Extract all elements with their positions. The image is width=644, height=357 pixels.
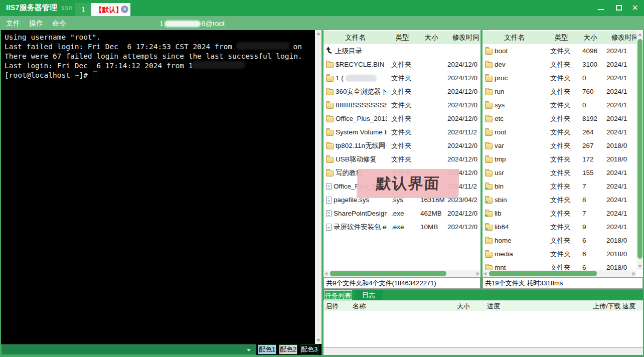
file-date: 2024/12/0: [445, 101, 480, 109]
file-row[interactable]: lib64 文件夹 9 2024/1: [482, 220, 636, 234]
scroll-down-icon[interactable]: [638, 265, 642, 268]
file-date: 2024/1: [604, 88, 636, 95]
tab-task-list[interactable]: 任务列表: [324, 290, 352, 300]
file-row[interactable]: 录屏软件安装包.ex .exe 10MB 2024/12/0: [324, 220, 480, 234]
scrollbar-thumb[interactable]: [330, 271, 446, 276]
scrollbar-thumb[interactable]: [489, 271, 597, 276]
watermark: 默认界面: [357, 169, 459, 198]
col-filename[interactable]: 文件名: [324, 33, 387, 42]
file-row[interactable]: boot 文件夹 4096 2024/1: [482, 44, 636, 58]
file-type-icon: [326, 224, 332, 231]
folder-icon: [485, 143, 493, 149]
file-row[interactable]: lib 文件夹 7 2024/1: [482, 207, 636, 220]
file-row[interactable]: tp802.11n无线网卡 文件夹 2024/12/0: [324, 139, 480, 152]
col-size: 大小: [457, 302, 470, 311]
file-row[interactable]: dev 文件夹 3100 2024/1: [482, 58, 636, 71]
scroll-left-icon[interactable]: [325, 272, 328, 276]
file-type: 文件夹: [546, 47, 576, 56]
file-row[interactable]: etc 文件夹 8192 2024/1: [482, 112, 636, 125]
file-row[interactable]: Office_Plus_2013激 文件夹 2024/12/0: [324, 112, 480, 125]
file-row[interactable]: mnt 文件夹 6 2018/0: [482, 261, 636, 270]
session-suffix: 6@root: [202, 20, 225, 28]
file-type: 文件夹: [387, 87, 417, 96]
col-size[interactable]: 大小: [576, 33, 604, 42]
file-row[interactable]: root 文件夹 264 2024/1: [482, 125, 636, 139]
scroll-down-icon[interactable]: [316, 339, 320, 342]
minimize-icon[interactable]: [598, 9, 604, 10]
menu-command[interactable]: 命令: [52, 19, 66, 28]
local-h-scrollbar[interactable]: [324, 270, 480, 277]
file-row[interactable]: media 文件夹 6 2018/0: [482, 247, 636, 261]
file-row[interactable]: IIIIIIIIISSSSSSSSSS 文件夹 2024/12/0: [324, 98, 480, 112]
tab-default-active[interactable]: 【默认】 ✕: [91, 3, 130, 16]
remote-h-scrollbar[interactable]: [482, 270, 636, 277]
folder-icon: [485, 76, 493, 82]
terminal-line: Last failed login: Fri Dec 6 17:24:53 CS…: [5, 42, 315, 52]
file-row[interactable]: System Volume Inf 文件夹 2024/11/2: [324, 125, 480, 139]
col-filename[interactable]: 文件名: [482, 33, 546, 42]
file-row[interactable]: run 文件夹 760 2024/1: [482, 85, 636, 98]
color-scheme-1-button[interactable]: 配色1: [258, 344, 276, 354]
col-progress: 进度: [487, 302, 500, 311]
col-modified[interactable]: 修改时间: [445, 33, 480, 42]
file-size: 172: [576, 155, 604, 163]
file-type: 文件夹: [387, 141, 417, 150]
file-name: SharePointDesign: [334, 210, 387, 217]
file-date: 2024/1: [604, 169, 636, 176]
file-date: 2024/1: [604, 61, 636, 68]
scroll-up-icon[interactable]: [638, 33, 642, 36]
close-icon[interactable]: ×: [630, 1, 640, 14]
color-scheme-3-button[interactable]: 配色3: [300, 344, 318, 354]
file-date: 2024/12/0: [445, 223, 480, 231]
scroll-up-icon[interactable]: [316, 32, 320, 35]
terminal-scrollbar[interactable]: [315, 30, 321, 344]
file-row[interactable]: SharePointDesign .exe 462MB 2024/12/0: [324, 207, 480, 220]
file-row[interactable]: 1 ( 文件夹 2024/12/0: [324, 71, 480, 85]
remote-v-scrollbar[interactable]: [636, 31, 643, 270]
file-type: 文件夹: [546, 114, 576, 123]
file-row[interactable]: $RECYCLE.BIN 文件夹 2024/12/0: [324, 58, 480, 71]
scroll-right-icon[interactable]: [476, 272, 479, 276]
file-type: 文件夹: [546, 128, 576, 137]
file-date: 2024/12/0: [445, 155, 480, 163]
menu-operate[interactable]: 操作: [29, 19, 43, 28]
file-row[interactable]: 360安全浏览器下载 文件夹 2024/12/0: [324, 85, 480, 98]
file-date: 2018/0: [604, 264, 636, 270]
col-type[interactable]: 类型: [546, 33, 576, 42]
file-row[interactable]: USB驱动修复 文件夹 2024/12/0: [324, 152, 480, 166]
terminal-preset-select[interactable]: [1, 344, 256, 355]
file-date: 2018/0: [604, 155, 636, 163]
file-row[interactable]: bin 文件夹 7 2024/1: [482, 180, 636, 193]
col-speed: 速度: [622, 302, 635, 311]
file-name: 录屏软件安装包.ex: [334, 223, 387, 232]
file-type: 文件夹: [546, 182, 576, 191]
folder-icon: [485, 211, 493, 217]
color-scheme-2-button[interactable]: 配色2: [279, 344, 297, 354]
file-row[interactable]: tmp 文件夹 172 2018/0: [482, 152, 636, 166]
col-size[interactable]: 大小: [417, 33, 445, 42]
folder-icon: [485, 252, 493, 258]
tab-session-1[interactable]: 1: [75, 3, 91, 16]
file-row[interactable]: usr 文件夹 155 2024/1: [482, 166, 636, 180]
tab-log[interactable]: 日志: [355, 290, 383, 300]
maximize-icon[interactable]: [616, 5, 622, 11]
file-row[interactable]: sbin 文件夹 8 2024/1: [482, 193, 636, 207]
task-list-area[interactable]: [324, 311, 643, 347]
remote-file-list: boot 文件夹 4096 2024/1 dev 文件夹 3100 2024/1…: [482, 44, 636, 270]
file-row[interactable]: var 文件夹 267 2018/0: [482, 139, 636, 152]
scroll-right-icon[interactable]: [632, 272, 635, 276]
file-size: 462MB: [417, 210, 445, 217]
close-tab-icon[interactable]: ✕: [121, 6, 128, 13]
menu-file[interactable]: 文件: [6, 19, 20, 28]
col-type[interactable]: 类型: [387, 33, 417, 42]
file-row[interactable]: sys 文件夹 0 2024/1: [482, 98, 636, 112]
file-row[interactable]: proc 文件夹 0 2024/1: [482, 71, 636, 85]
file-name: proc: [495, 74, 508, 82]
parent-directory-row[interactable]: 上级目录: [324, 44, 480, 58]
file-row[interactable]: home 文件夹 6 2018/0: [482, 234, 636, 247]
scroll-left-icon[interactable]: [484, 272, 487, 276]
file-name: usr: [495, 169, 504, 176]
scrollbar-thumb[interactable]: [637, 39, 642, 259]
ssh-terminal[interactable]: Using username "root". Last failed login…: [1, 30, 315, 344]
terminal-cursor: [93, 71, 97, 79]
